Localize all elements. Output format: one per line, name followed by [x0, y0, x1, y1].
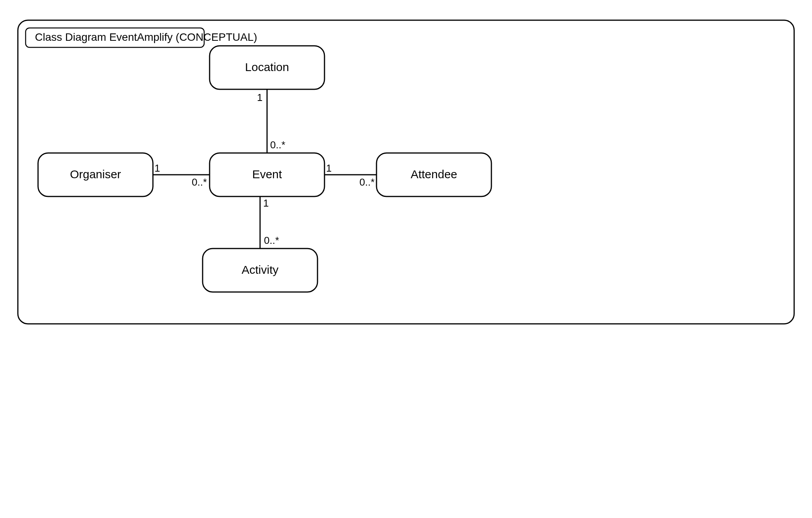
node-attendee-label: Attendee — [377, 168, 491, 181]
mult-activity-side: 0..* — [264, 235, 279, 247]
mult-organiser-side: 1 — [154, 162, 160, 174]
mult-event-left: 0..* — [192, 176, 207, 188]
node-event-label: Event — [210, 168, 324, 181]
diagram-svg — [0, 0, 812, 518]
diagram-title: Class Diagram EventAmplify (CONCEPTUAL) — [35, 31, 257, 43]
node-activity-label: Activity — [203, 263, 318, 276]
mult-attendee-side: 0..* — [359, 176, 375, 188]
node-location-label: Location — [210, 61, 324, 74]
mult-event-bottom: 1 — [263, 197, 269, 209]
mult-event-top: 0..* — [270, 139, 285, 151]
mult-location-side: 1 — [257, 92, 262, 104]
diagram-canvas: Class Diagram EventAmplify (CONCEPTUAL) … — [0, 0, 812, 518]
node-organiser-label: Organiser — [38, 168, 153, 181]
mult-event-right: 1 — [326, 162, 331, 174]
